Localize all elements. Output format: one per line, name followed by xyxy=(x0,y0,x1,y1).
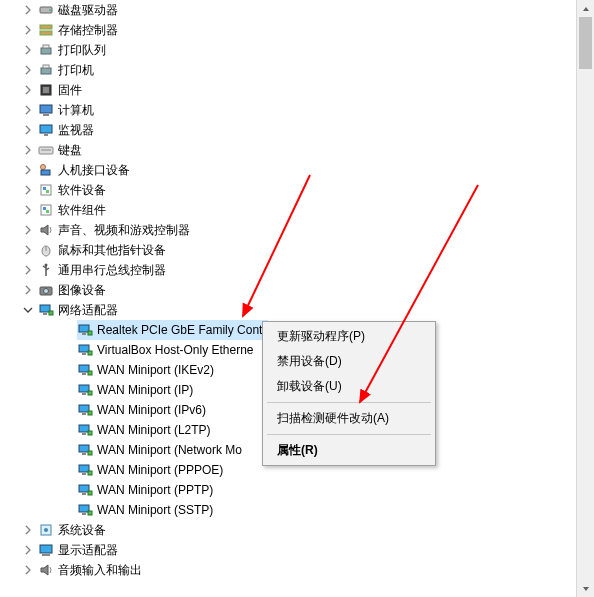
device-tree[interactable]: 磁盘驱动器存储控制器打印队列打印机固件计算机监视器键盘人机接口设备软件设备软件组… xyxy=(0,0,577,580)
chevron-right-icon[interactable] xyxy=(22,184,34,196)
network-adapter-icon xyxy=(77,342,93,358)
svg-rect-58 xyxy=(88,491,92,495)
chevron-right-icon[interactable] xyxy=(22,204,34,216)
category-row[interactable]: 打印队列 xyxy=(0,40,577,60)
chevron-right-icon[interactable] xyxy=(22,244,34,256)
vertical-scrollbar[interactable] xyxy=(576,0,594,597)
network-adapter-icon xyxy=(77,362,93,378)
chevron-right-icon[interactable] xyxy=(22,264,34,276)
category-row[interactable]: 键盘 xyxy=(0,140,577,160)
category-row[interactable]: 显示适配器 xyxy=(0,540,577,560)
svg-point-16 xyxy=(41,165,46,170)
context-menu: 更新驱动程序(P)禁用设备(D)卸载设备(U)扫描检测硬件改动(A)属性(R) xyxy=(262,321,436,466)
category-row[interactable]: 存储控制器 xyxy=(0,20,577,40)
chevron-right-icon[interactable] xyxy=(22,144,34,156)
chevron-right-icon[interactable] xyxy=(22,564,34,576)
svg-rect-39 xyxy=(82,373,86,375)
network-adapter-icon xyxy=(77,462,93,478)
category-row[interactable]: 监视器 xyxy=(0,120,577,140)
device-label: WAN Miniport (IKEv2) xyxy=(97,360,214,380)
chevron-right-icon[interactable] xyxy=(22,124,34,136)
chevron-right-icon[interactable] xyxy=(22,104,34,116)
category-label: 固件 xyxy=(58,80,82,100)
imaging-icon xyxy=(38,282,54,298)
category-row[interactable]: 音频输入和输出 xyxy=(0,560,577,580)
category-label: 人机接口设备 xyxy=(58,160,130,180)
system-icon xyxy=(38,522,54,538)
svg-point-26 xyxy=(45,264,48,267)
svg-rect-31 xyxy=(49,311,53,315)
svg-rect-2 xyxy=(40,25,52,29)
svg-rect-36 xyxy=(82,353,86,355)
device-row[interactable]: WAN Miniport (SSTP) xyxy=(0,500,577,520)
software-icon xyxy=(38,182,54,198)
category-row[interactable]: 声音、视频和游戏控制器 xyxy=(0,220,577,240)
category-label: 声音、视频和游戏控制器 xyxy=(58,220,190,240)
svg-rect-3 xyxy=(40,31,52,35)
device-label: WAN Miniport (Network Mo xyxy=(97,440,242,460)
device-manager-tree-viewport: 磁盘驱动器存储控制器打印队列打印机固件计算机监视器键盘人机接口设备软件设备软件组… xyxy=(0,0,577,597)
chevron-right-icon[interactable] xyxy=(22,44,34,56)
chevron-right-icon[interactable] xyxy=(22,164,34,176)
category-row[interactable]: 鼠标和其他指针设备 xyxy=(0,240,577,260)
network-icon xyxy=(38,302,54,318)
category-row[interactable]: 通用串行总线控制器 xyxy=(0,260,577,280)
usb-icon xyxy=(38,262,54,278)
display-icon xyxy=(38,542,54,558)
mouse-icon xyxy=(38,242,54,258)
category-row[interactable]: 打印机 xyxy=(0,60,577,80)
svg-point-1 xyxy=(49,9,51,11)
selected-device[interactable]: Realtek PCIe GbE Family Cont xyxy=(77,320,268,340)
category-label: 监视器 xyxy=(58,120,94,140)
chevron-right-icon[interactable] xyxy=(22,524,34,536)
category-label: 通用串行总线控制器 xyxy=(58,260,166,280)
chevron-down-icon[interactable] xyxy=(22,304,34,316)
svg-rect-30 xyxy=(43,313,47,315)
menu-item[interactable]: 扫描检测硬件改动(A) xyxy=(265,406,433,431)
chevron-right-icon[interactable] xyxy=(22,64,34,76)
chevron-right-icon[interactable] xyxy=(22,84,34,96)
chevron-right-icon[interactable] xyxy=(22,284,34,296)
device-row[interactable]: WAN Miniport (PPTP) xyxy=(0,480,577,500)
device-label: WAN Miniport (IPv6) xyxy=(97,400,206,420)
category-row[interactable]: 固件 xyxy=(0,80,577,100)
svg-rect-54 xyxy=(82,473,86,475)
svg-rect-52 xyxy=(88,451,92,455)
menu-separator xyxy=(267,402,431,403)
svg-rect-22 xyxy=(43,207,46,210)
category-label: 打印机 xyxy=(58,60,94,80)
svg-rect-17 xyxy=(41,170,50,175)
scrollbar-thumb[interactable] xyxy=(579,17,592,69)
device-label: WAN Miniport (PPPOE) xyxy=(97,460,223,480)
chevron-right-icon[interactable] xyxy=(22,24,34,36)
category-label: 鼠标和其他指针设备 xyxy=(58,240,166,260)
svg-rect-42 xyxy=(82,393,86,395)
category-row[interactable]: 计算机 xyxy=(0,100,577,120)
category-row[interactable]: 软件组件 xyxy=(0,200,577,220)
category-row[interactable]: 网络适配器 xyxy=(0,300,577,320)
svg-rect-37 xyxy=(88,351,92,355)
menu-item[interactable]: 更新驱动程序(P) xyxy=(265,324,433,349)
svg-rect-45 xyxy=(82,413,86,415)
print-queue-icon xyxy=(38,42,54,58)
svg-rect-64 xyxy=(40,545,52,553)
device-label: WAN Miniport (PPTP) xyxy=(97,480,213,500)
menu-item[interactable]: 卸载设备(U) xyxy=(265,374,433,399)
category-row[interactable]: 系统设备 xyxy=(0,520,577,540)
category-row[interactable]: 软件设备 xyxy=(0,180,577,200)
network-adapter-icon xyxy=(77,322,93,338)
chevron-right-icon[interactable] xyxy=(22,544,34,556)
category-label: 打印队列 xyxy=(58,40,106,60)
category-row[interactable]: 图像设备 xyxy=(0,280,577,300)
chevron-right-icon[interactable] xyxy=(22,224,34,236)
device-label: VirtualBox Host-Only Etherne xyxy=(97,340,254,360)
svg-point-28 xyxy=(44,289,49,294)
category-row[interactable]: 人机接口设备 xyxy=(0,160,577,180)
category-label: 系统设备 xyxy=(58,520,106,540)
scrollbar-down-button[interactable] xyxy=(577,580,594,597)
menu-item[interactable]: 属性(R) xyxy=(265,438,433,463)
scrollbar-up-button[interactable] xyxy=(577,0,594,17)
chevron-right-icon[interactable] xyxy=(22,4,34,16)
category-row[interactable]: 磁盘驱动器 xyxy=(0,0,577,20)
menu-item[interactable]: 禁用设备(D) xyxy=(265,349,433,374)
